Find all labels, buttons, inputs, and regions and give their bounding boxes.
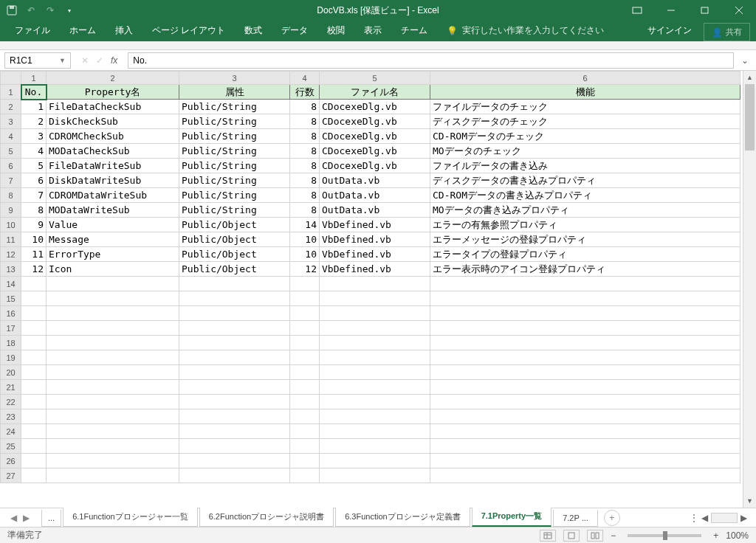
- cell[interactable]: CD-ROMデータの書き込みプロパティ: [430, 188, 740, 203]
- row-header[interactable]: 5: [1, 144, 21, 159]
- cell[interactable]: Public/String: [179, 188, 290, 203]
- cell[interactable]: Public/Object: [179, 247, 290, 262]
- cell[interactable]: [430, 336, 740, 350]
- cell[interactable]: 11: [21, 247, 47, 262]
- column-header[interactable]: 4: [290, 72, 320, 85]
- cell[interactable]: [320, 380, 430, 395]
- cell[interactable]: [290, 380, 320, 395]
- cell[interactable]: 8: [290, 173, 320, 188]
- cell[interactable]: Public/String: [179, 144, 290, 159]
- cell[interactable]: 8: [290, 188, 320, 203]
- cell[interactable]: [430, 291, 740, 306]
- cell[interactable]: [21, 409, 47, 424]
- table-header-cell[interactable]: 行数: [290, 85, 320, 100]
- cell[interactable]: [290, 336, 320, 350]
- row-header[interactable]: 7: [1, 173, 21, 188]
- cell[interactable]: FileDataCheckSub: [47, 100, 179, 114]
- cell[interactable]: [47, 454, 179, 468]
- hscroll-left-icon[interactable]: ◀: [701, 513, 708, 523]
- cell[interactable]: [21, 291, 47, 306]
- cell[interactable]: [179, 336, 290, 350]
- undo-icon[interactable]: ↶: [25, 4, 37, 16]
- cell[interactable]: [320, 409, 430, 424]
- select-all-corner[interactable]: [1, 72, 21, 85]
- row-header[interactable]: 2: [1, 100, 21, 114]
- cell[interactable]: [320, 336, 430, 350]
- scroll-down-icon[interactable]: ▼: [743, 494, 756, 508]
- name-box[interactable]: R1C1▼: [4, 52, 71, 69]
- cell[interactable]: VbDefined.vb: [320, 262, 430, 277]
- cell[interactable]: 8: [290, 100, 320, 114]
- fx-icon[interactable]: fx: [111, 55, 117, 66]
- row-header[interactable]: 11: [1, 232, 21, 247]
- cell[interactable]: [290, 454, 320, 468]
- cell[interactable]: [179, 454, 290, 468]
- cell[interactable]: MOデータの書き込みプロパティ: [430, 203, 740, 218]
- cell[interactable]: [179, 277, 290, 291]
- cell[interactable]: [430, 439, 740, 454]
- cell[interactable]: [47, 350, 179, 365]
- cell[interactable]: Public/Object: [179, 262, 290, 277]
- cell[interactable]: Public/String: [179, 114, 290, 129]
- hscroll-sep-icon[interactable]: ⋮: [690, 513, 698, 523]
- maximize-icon[interactable]: [688, 0, 722, 21]
- tab-nav-prev-icon[interactable]: ◀: [10, 513, 17, 523]
- qat-dropdown-icon[interactable]: ▾: [63, 4, 75, 16]
- cell[interactable]: [290, 468, 320, 483]
- row-header[interactable]: 23: [1, 409, 21, 424]
- cell[interactable]: CDocexeDlg.vb: [320, 100, 430, 114]
- cell[interactable]: CDROMCheckSub: [47, 129, 179, 144]
- cell[interactable]: [179, 380, 290, 395]
- cell[interactable]: [320, 395, 430, 409]
- ribbon-tab[interactable]: ページ レイアウト: [143, 20, 234, 41]
- cell[interactable]: [320, 424, 430, 439]
- cell[interactable]: [179, 424, 290, 439]
- cell[interactable]: [430, 350, 740, 365]
- cell[interactable]: 8: [290, 129, 320, 144]
- cell[interactable]: [430, 380, 740, 395]
- minimize-icon[interactable]: [654, 0, 688, 21]
- cell[interactable]: [179, 395, 290, 409]
- cell[interactable]: 4: [21, 144, 47, 159]
- cell[interactable]: [47, 439, 179, 454]
- table-header-cell[interactable]: No.: [21, 85, 47, 100]
- sheet-tab[interactable]: 7.1Property一覧: [472, 507, 552, 527]
- cell[interactable]: CDocexeDlg.vb: [320, 114, 430, 129]
- cell[interactable]: CDocexeDlg.vb: [320, 129, 430, 144]
- cell[interactable]: Public/Object: [179, 218, 290, 232]
- cell[interactable]: 10: [290, 232, 320, 247]
- cell[interactable]: エラー表示時のアイコン登録プロパティ: [430, 262, 740, 277]
- cell[interactable]: [21, 350, 47, 365]
- cell[interactable]: [320, 306, 430, 321]
- row-header[interactable]: 4: [1, 129, 21, 144]
- cancel-icon[interactable]: ✕: [81, 55, 89, 66]
- cell[interactable]: [320, 468, 430, 483]
- cell[interactable]: DiskCheckSub: [47, 114, 179, 129]
- cell[interactable]: [430, 395, 740, 409]
- table-header-cell[interactable]: ファイル名: [320, 85, 430, 100]
- cell[interactable]: [47, 424, 179, 439]
- cell[interactable]: [290, 350, 320, 365]
- row-header[interactable]: 17: [1, 321, 21, 336]
- cell[interactable]: [290, 365, 320, 380]
- cell[interactable]: Public/Object: [179, 232, 290, 247]
- cell[interactable]: [179, 321, 290, 336]
- ribbon-tab[interactable]: 数式: [236, 20, 271, 41]
- cell[interactable]: CDROMDataWriteSub: [47, 188, 179, 203]
- cell[interactable]: [320, 321, 430, 336]
- cell[interactable]: DiskDataWriteSub: [47, 173, 179, 188]
- row-header[interactable]: 14: [1, 277, 21, 291]
- share-button[interactable]: 👤共有: [704, 23, 750, 41]
- row-header[interactable]: 12: [1, 247, 21, 262]
- cell[interactable]: [290, 439, 320, 454]
- row-header[interactable]: 20: [1, 365, 21, 380]
- cell[interactable]: [320, 291, 430, 306]
- cell[interactable]: MODataCheckSub: [47, 144, 179, 159]
- cell[interactable]: OutData.vb: [320, 188, 430, 203]
- cell[interactable]: [21, 439, 47, 454]
- signin-button[interactable]: サインイン: [637, 20, 702, 41]
- ribbon-display-icon[interactable]: [620, 0, 654, 21]
- cell[interactable]: [320, 454, 430, 468]
- row-header[interactable]: 3: [1, 114, 21, 129]
- cell[interactable]: OutData.vb: [320, 173, 430, 188]
